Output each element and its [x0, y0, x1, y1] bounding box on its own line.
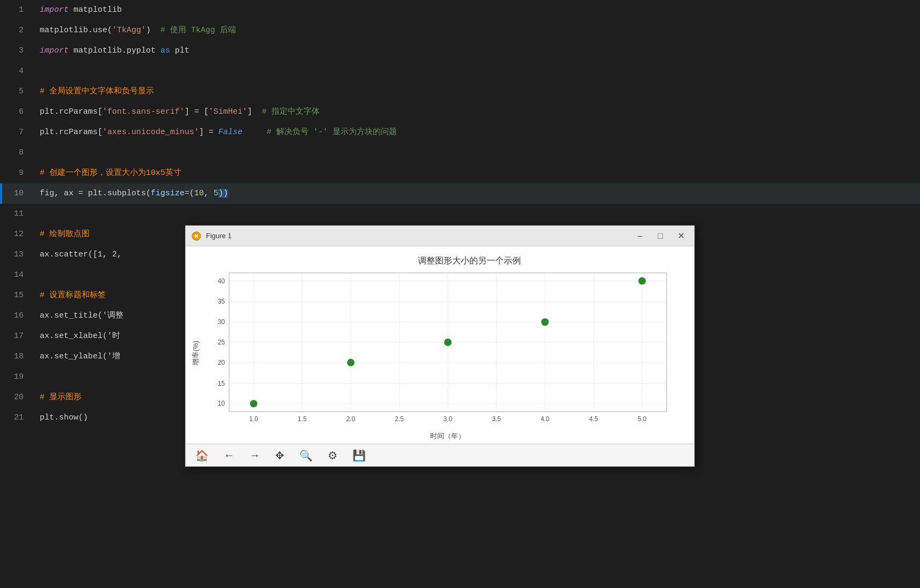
- keyword-as: as: [160, 46, 170, 55]
- data-point-1: [250, 400, 257, 407]
- data-point-5: [638, 277, 646, 285]
- figure-titlebar: M Figure 1 – □ ✕: [186, 226, 694, 246]
- svg-text:10: 10: [218, 400, 225, 407]
- data-point-4: [541, 318, 549, 326]
- svg-text:30: 30: [218, 318, 225, 326]
- svg-text:2.0: 2.0: [347, 415, 356, 423]
- keyword-import-2: import: [40, 46, 69, 55]
- minimize-button[interactable]: –: [632, 230, 648, 242]
- svg-text:4.5: 4.5: [589, 415, 598, 423]
- line-1: 1 import matplotlib: [0, 0, 920, 20]
- plot-area: 调整图形大小的另一个示例: [186, 246, 694, 444]
- svg-text:3.5: 3.5: [492, 415, 501, 423]
- forward-button[interactable]: →: [246, 447, 263, 464]
- svg-rect-2: [187, 246, 694, 444]
- home-button[interactable]: 🏠: [192, 447, 212, 464]
- svg-text:20: 20: [218, 359, 225, 366]
- maximize-button[interactable]: □: [652, 230, 668, 242]
- svg-text:25: 25: [218, 339, 225, 346]
- svg-text:40: 40: [218, 277, 225, 285]
- keyword-import: import: [40, 5, 69, 14]
- configure-button[interactable]: ⚙: [325, 447, 341, 464]
- figure-window-icon: M: [191, 231, 202, 241]
- line-2: 2 matplotlib.use('TkAgg') # 使用 TkAgg 后端: [0, 20, 920, 41]
- line-8: 8: [0, 143, 920, 163]
- svg-text:15: 15: [218, 380, 225, 387]
- line-9: 9 # 创建一个图形，设置大小为10x5英寸: [0, 163, 920, 183]
- line-10: 10 fig, ax = plt.subplots(figsize=(10, 5…: [0, 183, 920, 204]
- svg-text:5.0: 5.0: [638, 415, 647, 423]
- pan-button[interactable]: ✥: [272, 447, 288, 464]
- line-11: 11: [0, 204, 920, 224]
- line-4: 4: [0, 61, 920, 82]
- close-button[interactable]: ✕: [673, 230, 689, 242]
- svg-text:1.5: 1.5: [298, 415, 307, 423]
- line-7: 7 plt.rcParams['axes.unicode_minus'] = F…: [0, 122, 920, 143]
- data-point-3: [444, 339, 452, 346]
- data-point-2: [347, 359, 355, 366]
- svg-text:1.0: 1.0: [249, 415, 259, 423]
- figure-title: Figure 1: [206, 232, 632, 240]
- chart-title: 调整图形大小的另一个示例: [418, 256, 521, 265]
- plot-svg: 调整图形大小的另一个示例: [186, 246, 694, 444]
- back-button[interactable]: ←: [220, 447, 238, 464]
- window-controls: – □ ✕: [632, 230, 689, 242]
- svg-text:时间（年）: 时间（年）: [430, 432, 465, 440]
- save-button[interactable]: 💾: [349, 447, 369, 464]
- line-3: 3 import matplotlib.pyplot as plt: [0, 41, 920, 61]
- svg-text:35: 35: [218, 298, 225, 305]
- svg-text:2.5: 2.5: [395, 415, 404, 423]
- svg-text:4.0: 4.0: [541, 415, 550, 423]
- svg-text:M: M: [195, 234, 198, 240]
- figure-window: M Figure 1 – □ ✕ 调整图形大小的另一个示例: [185, 225, 695, 467]
- zoom-button[interactable]: 🔍: [296, 447, 316, 464]
- line-6: 6 plt.rcParams['font.sans-serif'] = ['Si…: [0, 102, 920, 122]
- figure-toolbar: 🏠 ← → ✥ 🔍 ⚙ 💾: [186, 444, 694, 466]
- svg-text:3.0: 3.0: [444, 415, 453, 423]
- svg-text:增率(%): 增率(%): [192, 341, 200, 366]
- line-5: 5 # 全局设置中文字体和负号显示: [0, 82, 920, 102]
